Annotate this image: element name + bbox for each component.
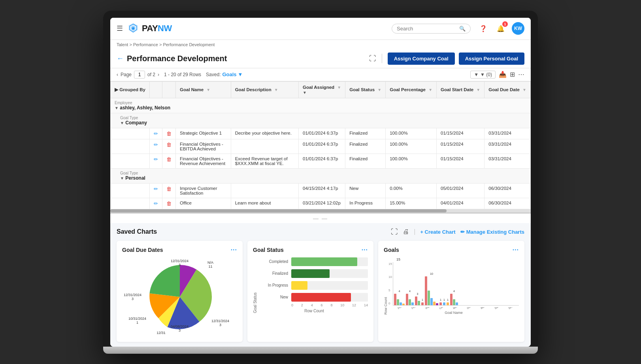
cell-goal-start: 01/15/2024 [437, 128, 485, 139]
v-chart-main: 15 10 5 0 4 [388, 262, 519, 306]
col-goal-description[interactable]: Goal Description ▼ [231, 81, 298, 98]
search-bar[interactable]: 🔍 [392, 24, 471, 34]
cell-goal-start: 04/01/2024 [437, 198, 485, 209]
col-goal-name[interactable]: Goal Name ▼ [176, 81, 231, 98]
bar-track-completed [291, 257, 368, 266]
scrollbar-thumb[interactable] [110, 209, 447, 212]
company-expand-icon[interactable]: ▼ [120, 121, 124, 125]
horizontal-scrollbar[interactable] [110, 209, 531, 212]
assign-personal-button[interactable]: Assign Personal Goal [459, 53, 524, 65]
cell-grouped-by [111, 128, 150, 139]
bar-fill-inprogress [291, 281, 307, 290]
edit-icon[interactable]: ✏ [154, 142, 158, 148]
cell-goal-name: Strategic Objective 1 [176, 128, 231, 139]
assign-company-button[interactable]: Assign Company Coal [388, 53, 455, 65]
employee-group-row: Employee ▼ ashley, Ashley, Nelson [111, 98, 531, 113]
export-icon[interactable]: 📥 [499, 71, 507, 78]
table-header-row: ▶ Grouped By Goal Name ▼ Goal Descriptio… [111, 81, 531, 98]
cell-edit[interactable]: ✏ [150, 198, 162, 209]
cell-goal-name: Improve Customer Satisfaction [176, 183, 231, 198]
table-row: ✏ 🗑 Strategic Objective 1 Decribe your o… [111, 128, 531, 139]
v-bar-chart-header: Goals ··· [384, 246, 519, 253]
delete-icon[interactable]: 🗑 [166, 131, 172, 137]
bar-chart-more-button[interactable]: ··· [362, 246, 368, 253]
v-bar-chart-more-button[interactable]: ··· [513, 246, 519, 253]
delete-icon[interactable]: 🗑 [166, 156, 172, 162]
charts-print-icon[interactable]: 🖨 [403, 228, 409, 235]
notifications-icon[interactable]: 🔔 1 [494, 22, 507, 35]
v-chart-x-labels: Financial Ob... Financial Ob... Improve … [388, 307, 519, 310]
manage-charts-button[interactable]: ✏ Manage Existing Charts [460, 229, 524, 235]
v-bar-chart-card: Goals ··· Row Count 15 15 10 [378, 241, 524, 342]
cell-edit[interactable]: ✏ [150, 128, 162, 139]
cell-goal-name: Financial Objectives - Revenue Achieveme… [176, 154, 231, 168]
edit-icon[interactable]: ✏ [154, 131, 158, 137]
cell-goal-pct: 100.00% [386, 154, 437, 168]
bar-row-new: New [260, 293, 368, 302]
more-icon[interactable]: ⋯ [518, 71, 524, 78]
help-icon[interactable]: ❓ [477, 22, 490, 35]
cell-delete[interactable]: 🗑 [162, 139, 176, 154]
cell-grouped-by [111, 139, 150, 154]
cell-edit[interactable]: ✏ [150, 139, 162, 154]
cell-delete[interactable]: 🗑 [162, 154, 176, 168]
create-chart-button[interactable]: + Create Chart [420, 229, 455, 235]
breadcrumb: Talent > Performance > Performance Devel… [110, 40, 531, 49]
table-row: ✏ 🗑 Financial Objectives - EBITDA Achiev… [111, 139, 531, 154]
y-ticks: 15 10 5 0 [388, 262, 392, 306]
col-goal-status[interactable]: Goal Status ▼ [345, 81, 386, 98]
table-row: ✏ 🗑 Improve Customer Satisfaction 04/15/… [111, 183, 531, 198]
page-next-icon[interactable]: › [158, 72, 159, 77]
group-expand-icon[interactable]: ▼ [115, 106, 119, 110]
bar-chart-title: Goal Status [253, 247, 362, 253]
col-goal-assigned[interactable]: Goal Assigned ▼ ▼ [298, 81, 345, 98]
pie-chart-more-button[interactable]: ··· [231, 246, 237, 253]
saved-goals-dropdown[interactable]: Goals ▼ [222, 71, 243, 77]
edit-icon[interactable]: ✏ [154, 156, 158, 162]
v-bar-group-3: 3 [415, 296, 420, 305]
page-prev-icon[interactable]: ‹ [117, 72, 118, 77]
bar-fill-finalized [291, 269, 330, 278]
hamburger-icon[interactable]: ☰ [117, 24, 123, 33]
bar-chart-card: Goal Status ··· Goal Status Completed [247, 241, 373, 342]
v-chart-max-label: 15 [388, 257, 519, 261]
edit-icon[interactable]: ✏ [154, 186, 158, 192]
delete-icon[interactable]: 🗑 [166, 142, 172, 148]
bar-fill-new [291, 293, 351, 302]
back-button[interactable]: ← [117, 54, 124, 63]
pie-label-top: 12/31/20243 [171, 259, 189, 267]
charts-expand-icon[interactable]: ⛶ [391, 228, 398, 236]
cell-edit[interactable]: ✏ [150, 154, 162, 168]
col-goal-due-date[interactable]: Goal Due Date ▼ [485, 81, 531, 98]
avatar[interactable]: KW [512, 22, 524, 35]
expand-icon[interactable]: ⛶ [369, 54, 376, 63]
toolbar-right: ▼ ▼ (0) 📥 ⊞ ⋯ [470, 71, 524, 79]
cell-delete[interactable]: 🗑 [162, 128, 176, 139]
divider [382, 54, 382, 63]
rows-info: 1 - 20 of 29 Rows [164, 72, 201, 77]
bar-chart-header: Goal Status ··· [253, 246, 368, 253]
edit-icon[interactable]: ✏ [154, 201, 158, 206]
cell-delete[interactable]: 🗑 [162, 183, 176, 198]
columns-icon[interactable]: ⊞ [510, 71, 515, 78]
personal-expand-icon[interactable]: ▼ [120, 176, 124, 180]
cell-delete[interactable]: 🗑 [162, 198, 176, 209]
col-goal-start-date[interactable]: Goal Start Date ▼ [437, 81, 485, 98]
cell-grouped-by [111, 154, 150, 168]
col-goal-percentage[interactable]: Goal Percentage ▼ [386, 81, 437, 98]
delete-icon[interactable]: 🗑 [166, 186, 172, 192]
cell-goal-start: 01/15/2024 [437, 139, 485, 154]
section-resize-handle[interactable]: — — [110, 214, 531, 223]
pencil-icon: ✏ [460, 229, 465, 235]
v-bar-group-8: 1 [447, 302, 449, 305]
bar-row-inprogress: In Progress [260, 281, 368, 290]
cell-goal-desc: Decribe your objective here. [231, 128, 298, 139]
search-input[interactable] [397, 26, 459, 32]
cell-edit[interactable]: ✏ [150, 183, 162, 198]
page-number-input[interactable] [134, 71, 145, 79]
col-grouped-by[interactable]: ▶ Grouped By [111, 81, 150, 98]
cell-goal-assigned: 03/21/2024 12:02p [298, 198, 345, 209]
screen: ☰ PAYNW 🔍 ❓ 🔔 1 [110, 18, 531, 347]
delete-icon[interactable]: 🗑 [166, 201, 172, 206]
filter-button[interactable]: ▼ ▼ (0) [470, 71, 496, 79]
